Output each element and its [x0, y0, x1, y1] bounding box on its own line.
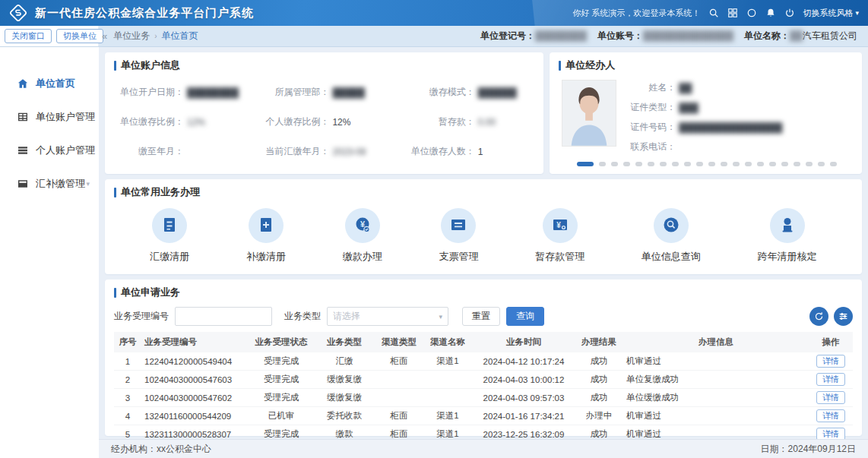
carousel-dot[interactable] [818, 162, 825, 166]
column-header: 业务类型 [313, 332, 375, 352]
service-label: 单位信息查询 [641, 250, 701, 264]
carousel-dot[interactable] [781, 162, 788, 166]
breadcrumb-separator-icon: › [154, 32, 157, 40]
field-value: ████████ [187, 87, 239, 98]
sidebar-item-4[interactable]: 汇补缴管理▾ [0, 167, 99, 201]
service-item-1[interactable]: 汇缴清册 [150, 208, 189, 264]
agent-carousel-dots [559, 155, 853, 168]
service-item-3[interactable]: ¥缴款办理 [343, 208, 382, 264]
breadcrumb-parent[interactable]: 单位业务 [113, 30, 150, 43]
sidebar-item-1[interactable]: 单位首页 [0, 67, 99, 100]
account-field: 缴至年月： [114, 145, 259, 158]
business-type-select[interactable]: 请选择 ▾ [327, 307, 448, 326]
table-row: 1122404120000549404受理完成汇缴柜面渠道12024-04-12… [114, 352, 853, 371]
close-window-button[interactable]: 关闭窗口 [5, 29, 52, 43]
service-label: 汇缴清册 [150, 250, 189, 264]
detail-button[interactable]: 详情 [816, 409, 845, 422]
detail-button[interactable]: 详情 [816, 391, 845, 404]
unit-account-value: ██████████████ [643, 30, 733, 41]
account-field: 个人缴存比例：12% [259, 115, 404, 128]
service-item-5[interactable]: ¥暂存款管理 [535, 208, 584, 264]
field-value: 2023-08 [332, 147, 366, 157]
system-title: 新一代住房公积金综合业务平台门户系统 [35, 6, 254, 21]
service-item-4[interactable]: 支票管理 [439, 208, 478, 264]
field-label: 暂存款： [405, 115, 475, 128]
sidebar-item-label: 单位首页 [36, 77, 75, 90]
carousel-dot[interactable] [577, 162, 594, 166]
sidebar-item-2[interactable]: 单位账户管理▾ [0, 100, 99, 134]
agent-field: 证件类型：███ [629, 101, 782, 114]
service-label: 缴款办理 [343, 250, 382, 264]
carousel-dot[interactable] [806, 162, 813, 166]
carousel-dot[interactable] [648, 162, 654, 166]
column-header: 操作 [809, 332, 853, 352]
carousel-dot[interactable] [660, 162, 667, 166]
power-icon[interactable] [784, 8, 795, 19]
carousel-dot[interactable] [672, 162, 679, 166]
refresh-icon[interactable] [809, 307, 828, 326]
carousel-dot[interactable] [708, 162, 715, 166]
title-marker [114, 188, 116, 197]
bell-icon[interactable] [765, 8, 776, 19]
search-icon[interactable] [708, 8, 719, 19]
service-item-7[interactable]: 跨年清册核定 [758, 208, 817, 264]
table-cell: 2024-04-03 09:57:03 [473, 389, 575, 407]
theme-switch[interactable]: 切换系统风格 ▾ [803, 8, 859, 19]
column-settings-icon[interactable] [834, 307, 853, 326]
carousel-dot[interactable] [684, 162, 691, 166]
account-field: 缴存模式：██████ [405, 86, 531, 99]
field-label: 单位缴存比例： [114, 115, 184, 128]
carousel-dot[interactable] [830, 162, 837, 166]
breadcrumb-current: 单位首页 [162, 30, 198, 43]
column-header: 业务时间 [473, 332, 575, 352]
column-header: 办理结果 [575, 332, 623, 352]
sidebar-item-3[interactable]: 个人账户管理▾ [0, 134, 99, 167]
table-cell: 缓缴复缴 [313, 389, 375, 407]
unit-agent-card: 单位经办人 姓名：██证件类 [550, 52, 862, 174]
service-item-6[interactable]: 单位信息查询 [641, 208, 701, 264]
carousel-dot[interactable] [623, 162, 630, 166]
carousel-dot[interactable] [635, 162, 642, 166]
table-cell: 2 [114, 371, 141, 389]
fullscreen-icon[interactable] [746, 8, 757, 19]
field-value: 0.00 [478, 117, 496, 128]
field-value: ██████ [478, 87, 517, 98]
apps-grid-icon[interactable] [727, 8, 738, 19]
carousel-dot[interactable] [611, 162, 618, 166]
agent-title: 单位经办人 [565, 58, 615, 72]
service-item-2[interactable]: 补缴清册 [246, 208, 286, 264]
carousel-dot[interactable] [745, 162, 752, 166]
table-cell [423, 389, 473, 407]
carousel-dot[interactable] [757, 162, 764, 166]
table-cell: 办理中 [575, 407, 623, 425]
unit-account-label: 单位账号： [597, 30, 643, 41]
chevron-down-icon: ▾ [86, 113, 90, 121]
query-button[interactable]: 查询 [506, 307, 544, 326]
carousel-dot[interactable] [696, 162, 703, 166]
detail-button[interactable]: 详情 [816, 373, 845, 386]
accept-number-label: 业务受理编号 [114, 310, 169, 323]
account-field: 当前汇缴年月：2023-08 [259, 145, 404, 158]
chevron-down-icon: ▾ [86, 147, 90, 154]
accept-number-input[interactable] [175, 307, 272, 326]
account-field: 单位缴存比例：12% [114, 115, 259, 128]
detail-button[interactable]: 详情 [816, 355, 845, 368]
table-row: 2102404030000547603受理完成缓缴复缴2024-04-03 10… [114, 371, 853, 389]
field-label: 联系电话： [629, 141, 676, 153]
carousel-dot[interactable] [794, 162, 800, 166]
carousel-dot[interactable] [733, 162, 740, 166]
unit-register-label: 单位登记号： [480, 30, 535, 41]
table-cell: 102404030000547602 [141, 389, 249, 407]
unit-register-value: ████████ [535, 30, 587, 41]
field-label: 所属管理部： [259, 86, 329, 99]
service-label: 支票管理 [439, 250, 478, 264]
sidebar-collapse-icon[interactable]: « [99, 26, 110, 46]
agent-field: 联系电话： [629, 141, 782, 153]
switch-unit-button[interactable]: 切换单位 [56, 29, 103, 43]
reset-button[interactable]: 重置 [462, 307, 500, 326]
carousel-dot[interactable] [769, 162, 776, 166]
service-label: 补缴清册 [246, 250, 286, 264]
carousel-dot[interactable] [721, 162, 727, 166]
account-field: 单位缴存人数：1 [405, 145, 531, 158]
carousel-dot[interactable] [599, 162, 606, 166]
